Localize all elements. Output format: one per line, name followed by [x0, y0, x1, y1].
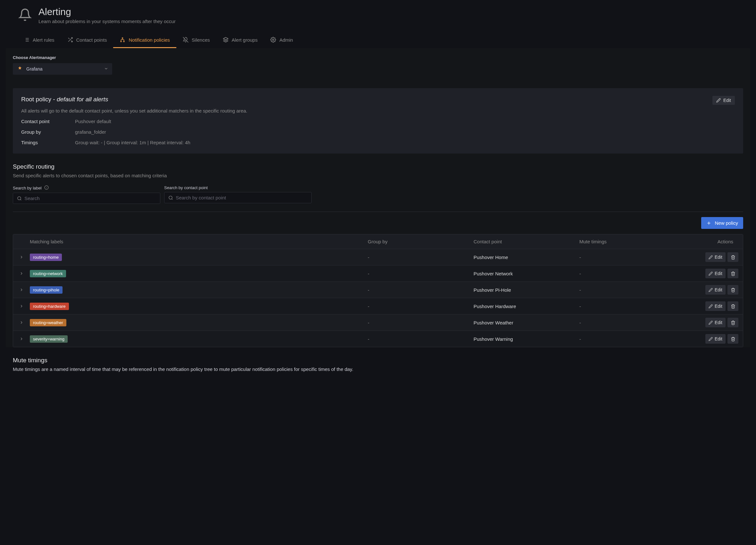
- specific-routing-desc: Send specific alerts to chosen contact p…: [13, 173, 743, 178]
- groupby-cell: -: [368, 255, 474, 260]
- tab-notification-policies[interactable]: Notification policies: [113, 33, 176, 48]
- col-mute: Mute timings: [579, 239, 685, 244]
- contact-point-cell: Pushover Pi-Hole: [474, 287, 579, 293]
- tab-label: Contact points: [76, 37, 107, 43]
- search-by-cp-input[interactable]: [176, 195, 307, 200]
- mute-cell: -: [579, 271, 685, 276]
- search-by-cp-label: Search by contact point: [164, 185, 208, 190]
- delete-policy-button[interactable]: [727, 252, 738, 262]
- groupby-cell: -: [368, 287, 474, 293]
- pencil-icon: [709, 272, 713, 276]
- search-by-label-input[interactable]: [24, 196, 156, 201]
- groupby-value: grafana_folder: [75, 129, 106, 135]
- bell-icon: [17, 7, 33, 22]
- groupby-cell: -: [368, 320, 474, 325]
- table-header: Matching labels Group by Contact point M…: [13, 234, 743, 249]
- search-by-cp-input-wrap[interactable]: [164, 192, 312, 203]
- edit-label: Edit: [715, 271, 722, 276]
- expand-row[interactable]: [13, 337, 30, 341]
- delete-policy-button[interactable]: [727, 285, 738, 295]
- trash-icon: [731, 271, 735, 276]
- info-icon[interactable]: [44, 185, 49, 191]
- alertmanager-select[interactable]: Grafana: [13, 63, 112, 75]
- choose-alertmanager-label: Choose Alertmanager: [13, 55, 743, 60]
- root-policy-description: All alerts will go to the default contac…: [21, 108, 735, 113]
- delete-policy-button[interactable]: [727, 269, 738, 278]
- plus-icon: [706, 221, 711, 226]
- policies-table: Matching labels Group by Contact point M…: [13, 234, 743, 347]
- root-policy-card: Root policy - default for all alerts Edi…: [13, 88, 743, 154]
- tab-admin[interactable]: Admin: [264, 33, 299, 48]
- search-icon: [168, 195, 173, 200]
- chevron-right-icon: [19, 304, 24, 308]
- edit-policy-button[interactable]: Edit: [705, 285, 726, 295]
- tab-label: Notification policies: [129, 37, 170, 43]
- root-title-prefix: Root policy -: [21, 96, 57, 103]
- pencil-icon: [716, 98, 721, 103]
- pencil-icon: [709, 304, 713, 308]
- groupby-cell: -: [368, 271, 474, 276]
- edit-label: Edit: [723, 98, 731, 103]
- tab-alert-groups[interactable]: Alert groups: [216, 33, 264, 48]
- contact-point-value: Pushover default: [75, 119, 111, 124]
- trash-icon: [731, 288, 735, 292]
- expand-row[interactable]: [13, 304, 30, 308]
- table-row: severity=warning - Pushover Warning - Ed…: [13, 331, 743, 347]
- expand-row[interactable]: [13, 271, 30, 276]
- expand-row[interactable]: [13, 320, 30, 325]
- matching-label-badge: routing=home: [30, 254, 62, 261]
- tab-contact-points[interactable]: Contact points: [61, 33, 113, 48]
- tab-label: Alert groups: [232, 37, 258, 43]
- mute-cell: -: [579, 287, 685, 293]
- page-title: Alerting: [38, 6, 176, 17]
- trash-icon: [731, 255, 735, 260]
- search-by-label-label: Search by label: [13, 186, 42, 190]
- delete-policy-button[interactable]: [727, 334, 738, 344]
- svg-point-11: [123, 41, 124, 42]
- root-edit-button[interactable]: Edit: [712, 96, 735, 105]
- trash-icon: [731, 320, 735, 325]
- edit-label: Edit: [715, 336, 722, 341]
- chevron-right-icon: [19, 337, 24, 341]
- contact-point-cell: Pushover Network: [474, 271, 579, 276]
- chevron-right-icon: [19, 288, 24, 292]
- delete-policy-button[interactable]: [727, 301, 738, 311]
- contact-point-cell: Pushover Hardware: [474, 304, 579, 309]
- root-policy-title: Root policy - default for all alerts: [21, 96, 108, 103]
- col-groupby: Group by: [368, 239, 474, 244]
- search-icon: [17, 196, 22, 201]
- edit-policy-button[interactable]: Edit: [705, 318, 726, 327]
- table-row: routing=weather - Pushover Weather - Edi…: [13, 314, 743, 331]
- edit-policy-button[interactable]: Edit: [705, 301, 726, 311]
- edit-label: Edit: [715, 255, 722, 260]
- expand-row[interactable]: [13, 288, 30, 292]
- mute-cell: -: [579, 255, 685, 260]
- mute-cell: -: [579, 304, 685, 309]
- tab-silences[interactable]: Silences: [176, 33, 216, 48]
- matching-label-badge: routing=hardware: [30, 303, 69, 310]
- svg-line-8: [68, 38, 70, 39]
- timings-value: Group wait: - | Group interval: 1m | Rep…: [75, 140, 190, 145]
- expand-row[interactable]: [13, 255, 30, 259]
- new-policy-button[interactable]: New policy: [701, 217, 743, 229]
- svg-point-18: [18, 197, 21, 200]
- chevron-right-icon: [19, 271, 24, 276]
- pencil-icon: [709, 321, 713, 325]
- root-title-italic: default for all alerts: [57, 96, 108, 103]
- col-actions: Actions: [685, 239, 743, 244]
- svg-point-20: [169, 196, 172, 199]
- pencil-icon: [709, 337, 713, 341]
- edit-policy-button[interactable]: Edit: [705, 334, 726, 344]
- edit-label: Edit: [715, 304, 722, 309]
- contact-point-cell: Pushover Home: [474, 255, 579, 260]
- search-by-label-input-wrap[interactable]: [13, 193, 160, 204]
- delete-policy-button[interactable]: [727, 318, 738, 327]
- svg-point-14: [273, 39, 274, 41]
- matching-label-badge: routing=network: [30, 270, 66, 277]
- edit-policy-button[interactable]: Edit: [705, 269, 726, 278]
- content-wrap: Choose Alertmanager Grafana Root policy …: [6, 48, 750, 347]
- tab-alert-rules[interactable]: Alert rules: [17, 33, 61, 48]
- table-row: routing=hardware - Pushover Hardware - E…: [13, 298, 743, 314]
- chevron-right-icon: [19, 320, 24, 325]
- edit-policy-button[interactable]: Edit: [705, 252, 726, 262]
